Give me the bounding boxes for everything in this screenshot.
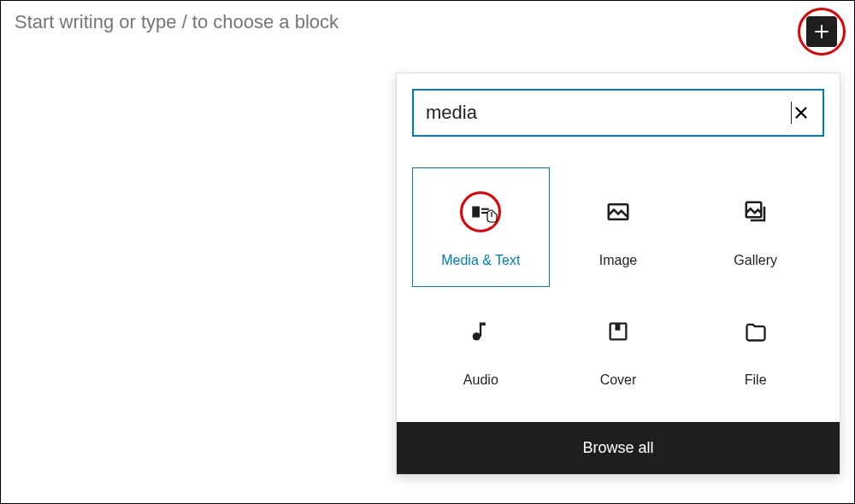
- block-label: Audio: [463, 372, 498, 388]
- gallery-icon: [743, 199, 769, 225]
- audio-icon: [469, 319, 492, 343]
- block-icon-wrap: [606, 306, 630, 357]
- block-label: Media & Text: [441, 253, 520, 268]
- block-icon-wrap: [460, 186, 501, 237]
- block-media-text[interactable]: Media & Text: [412, 167, 550, 287]
- block-inserter-panel: media: [396, 73, 840, 475]
- clear-search-button[interactable]: [792, 103, 811, 122]
- block-image[interactable]: Image: [550, 167, 687, 287]
- svg-rect-6: [480, 323, 481, 337]
- pointer-cursor-icon: [484, 208, 501, 231]
- editor-placeholder[interactable]: Start writing or type / to choose a bloc…: [1, 1, 854, 44]
- blocks-grid: Media & Text Image Gallery: [397, 152, 840, 422]
- svg-point-5: [473, 332, 481, 340]
- close-icon: [792, 103, 811, 122]
- image-icon: [605, 199, 631, 225]
- file-icon: [744, 319, 768, 343]
- svg-rect-0: [473, 207, 481, 218]
- block-gallery[interactable]: Gallery: [687, 167, 824, 287]
- block-icon-wrap: [469, 306, 492, 357]
- browse-all-button[interactable]: Browse all: [397, 422, 840, 474]
- block-label: Cover: [600, 372, 637, 388]
- search-input[interactable]: media: [426, 102, 793, 124]
- block-audio[interactable]: Audio: [412, 287, 550, 407]
- cover-icon: [606, 319, 630, 343]
- add-block-wrapper: [798, 8, 846, 56]
- block-label: Image: [599, 253, 637, 268]
- annotation-circle: [798, 8, 846, 56]
- block-icon-wrap: [744, 306, 768, 357]
- block-cover[interactable]: Cover: [550, 287, 687, 407]
- search-field[interactable]: media: [412, 89, 824, 137]
- svg-rect-8: [615, 324, 620, 331]
- search-wrap: media: [397, 73, 840, 152]
- block-label: File: [745, 372, 767, 388]
- add-block-button[interactable]: [806, 16, 837, 47]
- block-icon-wrap: [605, 186, 631, 237]
- plus-icon: [811, 21, 832, 42]
- block-icon-wrap: [743, 186, 769, 237]
- block-label: Gallery: [734, 253, 777, 268]
- block-file[interactable]: File: [687, 287, 824, 407]
